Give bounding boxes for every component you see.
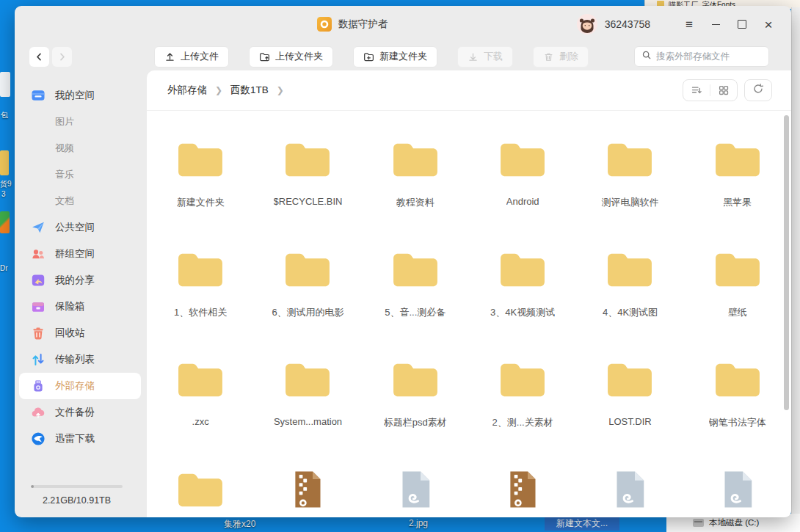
- file-backup-icon: [31, 405, 46, 420]
- vertical-scrollbar[interactable]: [784, 115, 789, 410]
- sidebar-item-group-space[interactable]: 群组空间: [19, 241, 141, 267]
- file-item[interactable]: 测评电脑软件: [576, 137, 683, 247]
- file-item[interactable]: [254, 467, 361, 517]
- file-name: 标题栏psd素材: [384, 416, 447, 429]
- storage-text: 2.21GB/10.91TB: [31, 495, 123, 506]
- search-input[interactable]: [656, 51, 762, 62]
- file-item[interactable]: 新建文件夹: [147, 137, 254, 247]
- sidebar-item-my-share[interactable]: 我的分享: [19, 267, 141, 294]
- folder-file-icon: [497, 137, 548, 180]
- content-area: 外部存储 ❯ 西数1TB ❯: [147, 70, 791, 517]
- sidebar-item-transfer-list[interactable]: 传输列表: [19, 346, 141, 373]
- file-item[interactable]: LOST.DIR: [576, 357, 683, 467]
- desktop-icon-label[interactable]: 集雅x20: [224, 518, 255, 531]
- folder-file-icon: [175, 137, 226, 180]
- menu-icon[interactable]: ≡: [681, 16, 697, 32]
- minimize-icon[interactable]: [708, 16, 724, 32]
- back-button[interactable]: [29, 47, 49, 67]
- sidebar-item-label: 视频: [55, 142, 74, 155]
- username[interactable]: 36243758: [605, 18, 650, 30]
- file-name: 3、4K视频测试: [490, 306, 555, 319]
- sidebar-item-safe-box[interactable]: 保险箱: [19, 294, 141, 320]
- view-toggle: [683, 79, 738, 101]
- sidebar-item-external-storage[interactable]: 外部存储: [19, 373, 141, 399]
- sidebar-item-thunder[interactable]: 迅雷下载: [19, 426, 141, 452]
- file-item[interactable]: [362, 467, 469, 517]
- grid-view-icon[interactable]: [710, 84, 737, 96]
- file-item[interactable]: 4、4K测试图: [576, 247, 683, 357]
- chevron-right-icon: ❯: [277, 85, 284, 95]
- file-name: 教程资料: [396, 196, 434, 209]
- file-item[interactable]: System...mation: [254, 357, 361, 467]
- toolbar: 上传文件 上传文件夹 新建文件夹 下载 删除: [15, 43, 791, 70]
- sidebar-item-label: 音乐: [55, 168, 74, 181]
- avatar[interactable]: [577, 14, 597, 34]
- file-item[interactable]: Android: [469, 137, 576, 247]
- breadcrumb-item[interactable]: 外部存储: [167, 84, 207, 97]
- storage-indicator: 2.21GB/10.91TB: [31, 485, 123, 506]
- upload-folder-button[interactable]: 上传文件夹: [249, 46, 333, 68]
- maximize-icon[interactable]: [734, 16, 750, 32]
- sidebar-item-sub-2[interactable]: 视频: [19, 135, 141, 161]
- app-window: 数据守护者 36243758 ≡ ×: [15, 6, 791, 517]
- sidebar-item-label: 回收站: [55, 327, 85, 340]
- file-item[interactable]: 标题栏psd素材: [362, 357, 469, 467]
- file-name: 1、软件相关: [174, 306, 227, 319]
- file-item[interactable]: 1、软件相关: [147, 247, 254, 357]
- search-box[interactable]: [634, 46, 769, 67]
- toolbar-button-label: 新建文件夹: [379, 50, 427, 63]
- file-item[interactable]: .zxc: [147, 357, 254, 467]
- folder-file-icon: [282, 247, 333, 290]
- group-space-icon: [31, 247, 46, 261]
- desktop-icon-label[interactable]: 2.jpg: [409, 518, 428, 528]
- app-logo-icon: [317, 17, 332, 32]
- sidebar-item-label: 保险箱: [55, 300, 85, 313]
- file-item[interactable]: 3、4K视频测试: [469, 247, 576, 357]
- file-item[interactable]: [469, 467, 576, 517]
- sidebar-item-sub-4[interactable]: 文档: [19, 188, 141, 214]
- sidebar-item-label: 外部存储: [55, 379, 95, 393]
- file-item[interactable]: 黑苹果: [684, 137, 791, 247]
- sidebar-item-sub-1[interactable]: 图片: [19, 109, 141, 135]
- file-item[interactable]: $RECYCLE.BIN: [254, 137, 361, 247]
- breadcrumb: 外部存储 ❯ 西数1TB ❯: [167, 84, 284, 97]
- safe-box-icon: [31, 299, 46, 314]
- titlebar: 数据守护者 36243758 ≡ ×: [15, 6, 791, 43]
- file-item[interactable]: 壁纸: [684, 247, 791, 357]
- file-name: 黑苹果: [723, 196, 752, 209]
- folder-file-icon: [712, 357, 763, 400]
- toolbar-button-label: 删除: [559, 50, 578, 63]
- file-item[interactable]: [576, 467, 683, 517]
- folder-file-icon: [282, 137, 333, 180]
- sidebar-item-recycle-bin[interactable]: 回收站: [19, 320, 141, 346]
- desktop-icon-fragment: [0, 150, 9, 175]
- file-item[interactable]: 6、测试用的电影: [254, 247, 361, 357]
- delete-icon: [543, 51, 554, 62]
- refresh-button[interactable]: [744, 79, 772, 101]
- file-name: 6、测试用的电影: [272, 306, 343, 319]
- public-space-icon: [31, 220, 46, 235]
- delete-button: 删除: [533, 46, 589, 68]
- list-view-icon[interactable]: [683, 84, 710, 96]
- file-item[interactable]: 2、测...关素材: [469, 357, 576, 467]
- breadcrumb-item[interactable]: 西数1TB: [230, 84, 269, 97]
- folder-file-icon: [497, 357, 548, 400]
- new-folder-button[interactable]: 新建文件夹: [353, 46, 437, 68]
- sidebar-item-my-space[interactable]: 我的空间: [19, 82, 141, 109]
- folder-file-icon: [175, 247, 226, 290]
- close-icon[interactable]: ×: [760, 16, 777, 32]
- sidebar-item-public-space[interactable]: 公共空间: [19, 214, 141, 241]
- file-item[interactable]: [147, 467, 254, 517]
- file-item[interactable]: 钢笔书法字体: [684, 357, 791, 467]
- upload-button[interactable]: 上传文件: [154, 46, 229, 68]
- desktop-icon-label: 3: [1, 190, 6, 198]
- sidebar-item-file-backup[interactable]: 文件备份: [19, 399, 141, 426]
- file-item[interactable]: [684, 467, 791, 517]
- sidebar-item-label: 文件备份: [55, 406, 95, 419]
- file-item[interactable]: 教程资料: [362, 137, 469, 247]
- sidebar-item-sub-3[interactable]: 音乐: [19, 161, 141, 188]
- desktop-icon-label-selected[interactable]: 新建文本文...: [545, 516, 619, 531]
- file-item[interactable]: 5、音...测必备: [362, 247, 469, 357]
- background-window-edge: [791, 7, 800, 532]
- unknown-file-icon: [717, 467, 758, 510]
